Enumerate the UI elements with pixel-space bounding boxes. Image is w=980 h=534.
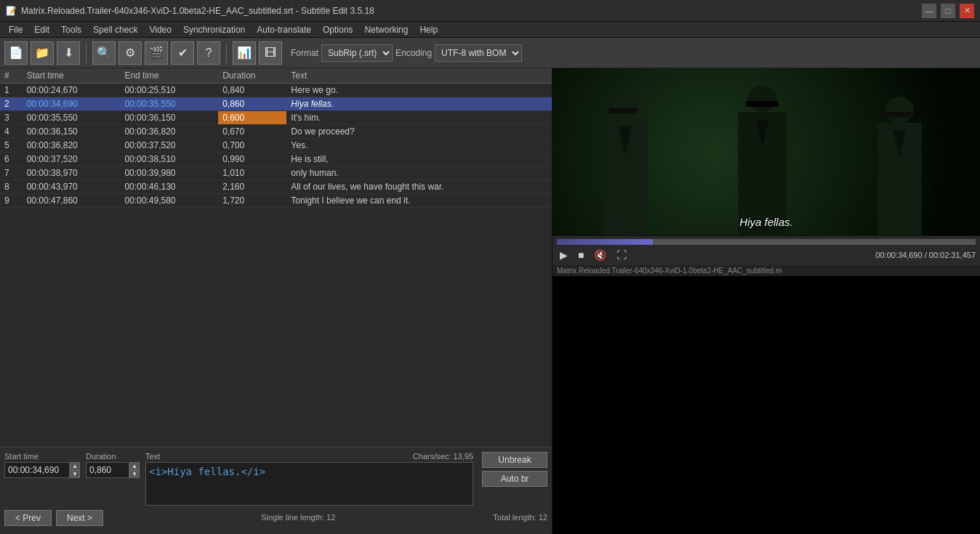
video-time-display: 00:00:34,690 / 00:02:31,457	[875, 251, 976, 259]
main-content: # Start time End time Duration Text 100:…	[0, 68, 980, 534]
toolbar-separator-2	[226, 43, 227, 63]
table-row[interactable]: 300:00:35,55000:00:36,1500,600It's him.	[0, 111, 552, 125]
start-time-input[interactable]	[4, 462, 70, 478]
menu-options[interactable]: Options	[317, 23, 358, 36]
app-icon: 📝	[6, 6, 17, 16]
settings-button[interactable]: ⚙	[119, 41, 142, 65]
menubar: FileEditToolsSpell checkVideoSynchroniza…	[0, 22, 980, 38]
chars-per-sec: Chars/sec: 13,95	[413, 452, 473, 461]
video-mute-button[interactable]: 🔇	[591, 248, 609, 262]
video-controls: ▶ ■ 🔇 ⛶ 00:00:34,690 / 00:02:31,457	[553, 235, 980, 265]
start-time-field-group: Start time ▲ ▼	[4, 452, 80, 478]
edit-text-header: Text Chars/sec: 13,95	[145, 452, 473, 461]
edit-buttons: Unbreak Auto br	[482, 452, 547, 487]
table-row[interactable]: 800:00:43,97000:00:46,1302,160All of our…	[0, 180, 552, 194]
table-row[interactable]: 500:00:36,82000:00:37,5200,700Yes.	[0, 139, 552, 153]
menu-file[interactable]: File	[3, 23, 28, 36]
menu-networking[interactable]: Networking	[358, 23, 414, 36]
col-header-end: End time	[120, 68, 218, 84]
format-label: Format	[291, 48, 318, 58]
auto-br-button[interactable]: Auto br	[482, 471, 547, 487]
duration-wrap: ▲ ▼	[86, 462, 140, 478]
col-header-dur: Duration	[218, 68, 286, 84]
menu-edit[interactable]: Edit	[28, 23, 55, 36]
video-controls-row: ▶ ■ 🔇 ⛶ 00:00:34,690 / 00:02:31,457	[557, 248, 976, 262]
duration-down[interactable]: ▼	[129, 470, 140, 478]
nav-buttons: < Prev Next >	[4, 510, 103, 526]
toolbar: 📄 📁 ⬇ 🔍 ⚙ 🎬 ✔ ? 📊 🎞 Format SubRip (.srt)…	[0, 38, 980, 68]
table-row[interactable]: 100:00:24,67000:00:25,5100,840Here we go…	[0, 84, 552, 97]
menu-tools[interactable]: Tools	[55, 23, 87, 36]
duration-field-group: Duration ▲ ▼	[86, 452, 140, 478]
table-row[interactable]: 700:00:38,97000:00:39,9801,010only human…	[0, 166, 552, 180]
video-title-bar: Matrix.Reloaded.Trailer-640x346-XviD-1.0…	[553, 265, 980, 276]
video-stop-button[interactable]: ■	[575, 248, 587, 262]
menu-help[interactable]: Help	[414, 23, 443, 36]
video-progress-fill	[557, 239, 653, 245]
menu-video[interactable]: Video	[143, 23, 177, 36]
titlebar: 📝 Matrix.Reloaded.Trailer-640x346-XviD-1…	[0, 0, 980, 22]
video-button[interactable]: 🎞	[259, 41, 282, 65]
right-panel: Hiya fellas. ▶ ■ 🔇 ⛶ 00:00:34,690 / 00:0…	[553, 68, 980, 534]
left-panel: # Start time End time Duration Text 100:…	[0, 68, 553, 534]
start-time-spin: ▲ ▼	[70, 462, 80, 478]
text-label: Text	[145, 452, 160, 461]
unbreak-button[interactable]: Unbreak	[482, 452, 547, 468]
check-button[interactable]: ✔	[171, 41, 194, 65]
search-button[interactable]: 🔍	[92, 41, 116, 65]
maximize-button[interactable]: □	[941, 4, 955, 18]
single-line-length: Single line length: 12	[261, 513, 335, 522]
edit-area: Start time ▲ ▼ Duration	[0, 447, 552, 534]
subtitle-text-input[interactable]	[145, 462, 473, 506]
help-button[interactable]: ?	[197, 41, 220, 65]
video-total-time: 00:02:31,457	[929, 251, 976, 259]
edit-time-section: Start time ▲ ▼ Duration	[4, 452, 140, 478]
subtitle-table: # Start time End time Duration Text 100:…	[0, 68, 552, 208]
duration-spin: ▲ ▼	[129, 462, 140, 478]
start-time-wrap: ▲ ▼	[4, 462, 80, 478]
video-progress-bar[interactable]	[557, 239, 976, 245]
subtitle-table-area: # Start time End time Duration Text 100:…	[0, 68, 552, 447]
edit-footer: < Prev Next > Single line length: 12 Tot…	[4, 509, 547, 526]
video-canvas	[553, 68, 980, 235]
encoding-select[interactable]: UTF-8 with BOM	[435, 44, 522, 62]
table-row[interactable]: 400:00:36,15000:00:36,8200,670Do we proc…	[0, 125, 552, 139]
format-select[interactable]: SubRip (.srt)	[321, 44, 393, 62]
window-title: Matrix.Reloaded.Trailer-640x346-XviD-1.0…	[21, 6, 374, 16]
video-current-time: 00:00:34,690	[875, 251, 922, 259]
duration-up[interactable]: ▲	[129, 462, 140, 470]
toolbar-separator-1	[86, 43, 87, 63]
edit-text-section: Text Chars/sec: 13,95	[145, 452, 473, 506]
download-button[interactable]: ⬇	[57, 41, 80, 65]
minimize-button[interactable]: —	[922, 4, 936, 18]
video-play-button[interactable]: ▶	[557, 248, 571, 262]
next-button[interactable]: Next >	[56, 510, 103, 526]
start-time-down[interactable]: ▼	[70, 470, 80, 478]
duration-input[interactable]	[86, 462, 129, 478]
subtitle-tbody: 100:00:24,67000:00:25,5100,840Here we go…	[0, 84, 552, 208]
start-time-up[interactable]: ▲	[70, 462, 80, 470]
table-row[interactable]: 600:00:37,52000:00:38,5100,990He is stil…	[0, 153, 552, 166]
video-fullscreen-button[interactable]: ⛶	[614, 248, 630, 262]
col-header-text: Text	[286, 68, 552, 84]
waveform-button[interactable]: 📊	[233, 41, 256, 65]
video-subtitle-overlay: Hiya fellas.	[739, 216, 792, 228]
table-row[interactable]: 900:00:47,86000:00:49,5801,720Tonight I …	[0, 194, 552, 208]
video-display: Hiya fellas.	[553, 68, 980, 235]
menu-auto-translate[interactable]: Auto-translate	[251, 23, 317, 36]
col-header-start: Start time	[23, 68, 121, 84]
menu-synchronization[interactable]: Synchronization	[177, 23, 251, 36]
total-length: Total length: 12	[493, 513, 547, 522]
encoding-label: Encoding	[395, 48, 432, 58]
table-row[interactable]: 200:00:34,69000:00:35,5500,860Hiya fella…	[0, 97, 552, 111]
new-button[interactable]: 📄	[4, 41, 28, 65]
prev-button[interactable]: < Prev	[4, 510, 52, 526]
open-button[interactable]: 📁	[31, 41, 54, 65]
close-button[interactable]: ✕	[960, 4, 974, 18]
start-time-label: Start time	[4, 452, 80, 461]
duration-label: Duration	[86, 452, 140, 461]
ocr-button[interactable]: 🎬	[145, 41, 168, 65]
edit-row1: Start time ▲ ▼ Duration	[4, 452, 547, 506]
col-header-num: #	[0, 68, 23, 84]
menu-spell-check[interactable]: Spell check	[87, 23, 143, 36]
